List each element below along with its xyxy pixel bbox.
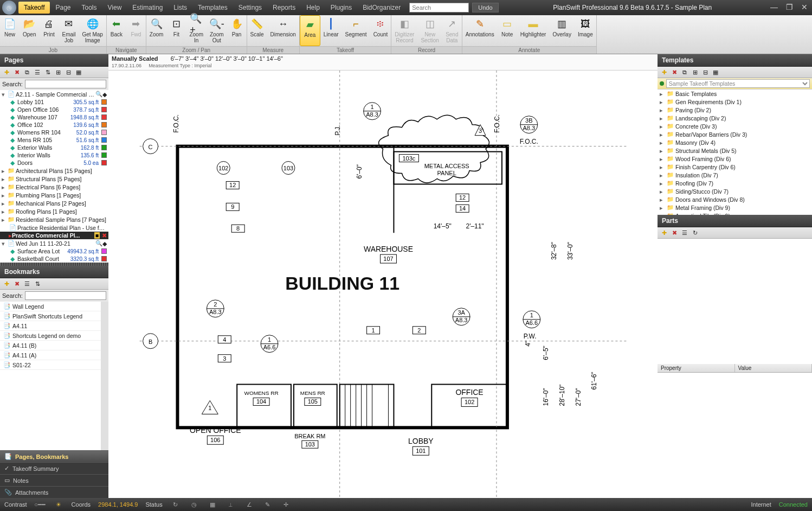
sb-angle-icon[interactable]: ∠ [244,499,255,510]
ribbon-zoom-in-button[interactable]: 🔍+Zoom In [186,15,207,46]
menu-bidorganizer[interactable]: BidOrganizer [357,2,406,14]
pages-folder-3[interactable]: ▸📁Plumbing Plans [1 Pages] [0,191,108,199]
tmpl-new-icon[interactable]: ✚ [660,68,668,76]
pages-item-2[interactable]: ◆Warehouse 1071948.8 sq.ft [0,113,108,121]
menu-reports[interactable]: Reports [267,2,301,14]
grid-icon[interactable]: ▦ [74,68,83,76]
sort-icon[interactable]: ⇅ [43,68,52,76]
bookmark-6[interactable]: 📑S01-22 [0,360,101,370]
pages-item-5[interactable]: ◆Mens RR 10551.6 sq.ft [0,136,108,144]
ribbon-image-button[interactable]: 🖼Image [575,15,596,46]
template-folder-5[interactable]: ▸📁Rebar/Vapor Barriers (Div 3) [658,130,812,138]
new-icon[interactable]: ✚ [2,68,11,76]
ribbon-note-button[interactable]: ▭Note [498,15,517,46]
accordion-pages-bookmarks[interactable]: 📑Pages, Bookmarks [0,450,108,462]
ribbon-count-button[interactable]: ፨Count [370,15,391,46]
bookmark-2[interactable]: 📑A4.11 [0,321,101,331]
sb-ruler-icon[interactable]: ⟂ [225,499,236,510]
parts-del-icon[interactable]: ✖ [670,228,679,237]
bookmarks-search-input[interactable] [25,291,106,300]
floor-plan[interactable]: C B 1A8.3 3BA8.3 2A8.3 1A6.6 3AA8.3 1A6.… [108,71,658,498]
template-folder-7[interactable]: ▸📁Structural Metals (Div 5) [658,146,812,155]
drawing-canvas[interactable]: Manually Scaled 6'–7" 3'–4" 3'–0" 12'–0"… [108,54,658,498]
template-folder-4[interactable]: ▸📁Concrete (Div 3) [658,122,812,130]
pages-folder-6[interactable]: ▸📁Residential Sample Plans [7 Pages] [0,215,108,223]
pages-item-1[interactable]: ◆Open Office 106378.7 sq.ft [0,106,108,113]
expand-icon[interactable]: ⊞ [54,68,62,76]
tmpl-copy-icon[interactable]: ⧉ [680,68,689,76]
delete-icon[interactable]: ✖ [12,68,21,76]
ribbon-new-button[interactable]: 📄New [0,15,20,46]
ribbon-zoom-button[interactable]: 🔍Zoom [146,15,167,46]
menu-help[interactable]: Help [301,2,325,14]
sun-icon[interactable]: ☀ [53,499,64,510]
template-folder-0[interactable]: ▸📁Basic Templates [658,90,812,98]
practice-commercial[interactable]: ▸Practice Commercial Pl...■✖ [0,232,108,239]
tmpl-del-icon[interactable]: ✖ [670,68,679,76]
pages-search-input[interactable] [25,80,106,88]
menu-takeoff[interactable]: Takeoff [18,2,50,14]
ribbon-email-job-button[interactable]: ✉Email Job [59,15,79,46]
ribbon-area-button[interactable]: ▰Area [300,15,320,46]
template-folder-9[interactable]: ▸📁Finish Carpentry (Div 6) [658,163,812,171]
ribbon-back-button[interactable]: ⬅Back [107,15,126,46]
ribbon-dimension-button[interactable]: ↔Dimension [267,15,299,46]
pages-date-item-0[interactable]: ◆Surface Area Lot49943.2 sq.ft [0,247,108,255]
menu-plugins[interactable]: Plugins [325,2,357,14]
pages-root[interactable]: ▾📄A2.11 - Sample Commercial Floor Pl...🔍… [0,90,108,98]
ribbon-highlighter-button[interactable]: ▬Highlighter [517,15,550,46]
ribbon-segment-button[interactable]: ⌐Segment [342,15,370,46]
template-folder-12[interactable]: ▸📁Siding/Stucco (Div 7) [658,187,812,195]
ribbon-open-button[interactable]: 📂Open [20,15,39,46]
pages-folder-5[interactable]: ▸📁Roofing Plans [1 Pages] [0,207,108,215]
sb-crosshair-icon[interactable]: ✛ [281,499,292,510]
parts-view-icon[interactable]: ☰ [680,228,689,237]
minimize-button[interactable]: — [768,3,781,12]
bookmark-4[interactable]: 📑A4.11 (B) [0,341,101,350]
pages-folder-4[interactable]: ▸📁Mechanical Plans [2 Pages] [0,199,108,207]
menu-settings[interactable]: Settings [233,2,267,14]
templates-dropdown[interactable]: Sample Takeoff Templates [666,79,810,88]
tmpl-grid-icon[interactable]: ▦ [711,68,720,76]
pages-date-node[interactable]: ▾📄Wed Jun 11 11-20-21🔍◆ [0,239,108,247]
sb-clock-icon[interactable]: ◷ [189,499,199,510]
bm-sort-icon[interactable]: ⇅ [33,279,42,288]
pages-folder-1[interactable]: ▸📁Structural Plans [5 Pages] [0,175,108,183]
pages-item-4[interactable]: ◆Womens RR 10452.0 sq.ft [0,129,108,136]
pages-folder-0[interactable]: ▸📁Architectural Plans [15 Pages] [0,167,108,175]
copy-icon[interactable]: ⧉ [23,68,31,76]
ribbon-overlay-button[interactable]: ▥Overlay [549,15,574,46]
template-folder-2[interactable]: ▸📁Paving (Div 2) [658,106,812,114]
template-folder-8[interactable]: ▸📁Wood Framing (Div 6) [658,155,812,163]
accordion-attachments[interactable]: 📎Attachments [0,486,108,498]
pages-item-3[interactable]: ◆Office 102139.6 sq.ft [0,121,108,129]
ribbon-linear-button[interactable]: ┃Linear [320,15,342,46]
bm-props-icon[interactable]: ☰ [23,279,31,288]
ribbon-pan-button[interactable]: ✋Pan [227,15,247,46]
practice-residential[interactable]: 📄Practice Residential Plan - Use for dem… [0,223,108,232]
bm-del-icon[interactable]: ✖ [12,279,21,288]
accordion-takeoff-summary[interactable]: ✓Takeoff Summary [0,462,108,474]
parts-property-grid[interactable] [658,373,812,498]
pages-item-0[interactable]: ◆Lobby 101305.5 sq.ft [0,98,108,106]
ribbon-fit-button[interactable]: ⊡Fit [166,15,186,46]
ribbon-zoom-out-button[interactable]: 🔍-Zoom Out [207,15,227,46]
bookmark-1[interactable]: 📑PlanSwift Shortcuts Legend [0,311,101,321]
scrollbar[interactable] [101,302,108,450]
menu-estimating[interactable]: Estimating [127,2,168,14]
template-folder-13[interactable]: ▸📁Doors and Windows (Div 8) [658,195,812,203]
bm-add-icon[interactable]: ✚ [2,279,11,288]
template-folder-6[interactable]: ▸📁Masonry (Div 4) [658,138,812,146]
close-button[interactable]: ✕ [798,3,811,12]
template-folder-14[interactable]: ▸📁Metal Framing (Div 9) [658,203,812,212]
sb-pencil-icon[interactable]: ✎ [262,499,273,510]
template-folder-1[interactable]: ▸📁Gen Requirements (Div 1) [658,98,812,106]
template-folder-11[interactable]: ▸📁Roofing (Div 7) [658,179,812,187]
ribbon-get-map-button[interactable]: 🌐Get Map Image [79,15,106,46]
parts-refresh-icon[interactable]: ↻ [691,228,699,237]
menu-tools[interactable]: Tools [76,2,102,14]
bookmark-3[interactable]: 📑Shortcuts Legend on demo [0,331,101,341]
menu-view[interactable]: View [102,2,127,14]
tmpl-collapse-icon[interactable]: ⊟ [701,68,710,76]
bookmark-0[interactable]: 📑Wall Legend [0,302,101,311]
